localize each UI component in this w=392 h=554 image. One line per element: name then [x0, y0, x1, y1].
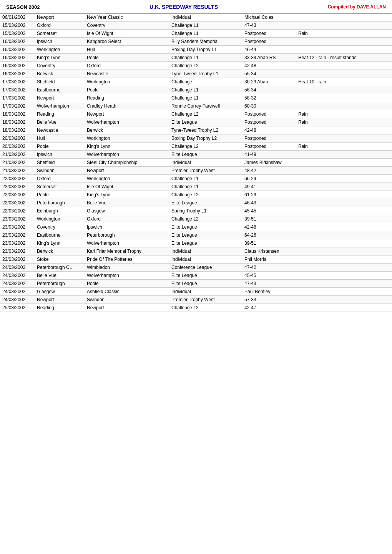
cell-3: Elite League: [169, 199, 242, 207]
cell-4: 46-43: [242, 199, 296, 207]
cell-2: Berwick: [85, 126, 169, 134]
results-table: 06/01/2002NewportNew Year ClassicIndivid…: [0, 13, 392, 312]
cell-5: [296, 304, 392, 312]
cell-2: Oxford: [85, 215, 169, 223]
cell-5: [296, 151, 392, 159]
cell-0: 24/03/2002: [0, 272, 35, 280]
cell-2: Ashfield Classic: [85, 288, 169, 296]
cell-2: Wimbledon: [85, 264, 169, 272]
cell-5: [296, 46, 392, 54]
cell-4: Postponed: [242, 143, 296, 151]
cell-0: 20/03/2002: [0, 143, 35, 151]
cell-4: Postponed: [242, 110, 296, 118]
cell-1: Peterborough CL: [35, 264, 85, 272]
cell-4: 46-44: [242, 46, 296, 54]
cell-3: Elite League: [169, 151, 242, 159]
cell-2: Newport: [85, 167, 169, 175]
cell-4: 47-43: [242, 280, 296, 288]
cell-1: Peterborough: [35, 199, 85, 207]
cell-1: Poole: [35, 191, 85, 199]
cell-3: Elite League: [169, 231, 242, 239]
cell-2: Wolverhampton: [85, 118, 169, 126]
cell-5: [296, 86, 392, 94]
compiled-by: Compiled by DAVE ALLAN: [328, 4, 386, 10]
cell-5: [296, 126, 392, 134]
cell-5: [296, 175, 392, 183]
cell-1: Glasgow: [35, 288, 85, 296]
cell-3: Challenge L1: [169, 30, 242, 38]
cell-0: 20/03/2002: [0, 134, 35, 143]
cell-5: [296, 264, 392, 272]
cell-0: 22/03/2002: [0, 175, 35, 183]
cell-0: 16/03/2002: [0, 54, 35, 62]
table-row: 15/03/2002SomersetIsle Of WightChallenge…: [0, 30, 392, 38]
cell-3: Challenge L1: [169, 22, 242, 30]
cell-2: Poole: [85, 54, 169, 62]
cell-2: Pride Of The Potteries: [85, 255, 169, 264]
table-row: 17/03/2002SheffieldWorkingtonChallenge30…: [0, 78, 392, 86]
cell-3: Ronnie Correy Farewell: [169, 102, 242, 110]
cell-0: 15/03/2002: [0, 30, 35, 38]
table-row: 25/03/2002ReadingNewportChallenge L242-4…: [0, 304, 392, 312]
cell-2: New Year Classic: [85, 13, 169, 22]
table-row: 16/03/2002CoventryOxfordChallenge L242-4…: [0, 62, 392, 70]
cell-0: 23/03/2002: [0, 247, 35, 255]
cell-5: [296, 94, 392, 102]
cell-2: Wolverhampton: [85, 151, 169, 159]
cell-3: Challenge L1: [169, 175, 242, 183]
cell-2: Workington: [85, 175, 169, 183]
table-row: 16/03/2002WorkingtonHullBoxing Day Troph…: [0, 46, 392, 54]
table-row: 18/03/2002ReadingNewportChallenge L2Post…: [0, 110, 392, 118]
cell-0: 17/03/2002: [0, 102, 35, 110]
cell-5: Rain: [296, 110, 392, 118]
table-row: 23/03/2002King's LynnWolverhamptonElite …: [0, 239, 392, 247]
cell-1: Berwick: [35, 247, 85, 255]
cell-1: Stoke: [35, 255, 85, 264]
cell-3: Boxing Day Trophy L2: [169, 134, 242, 143]
cell-2: Swindon: [85, 296, 169, 304]
cell-0: 23/03/2002: [0, 231, 35, 239]
table-row: 06/01/2002NewportNew Year ClassicIndivid…: [0, 13, 392, 22]
cell-1: Oxford: [35, 22, 85, 30]
cell-5: [296, 255, 392, 264]
cell-3: Individual: [169, 13, 242, 22]
cell-0: 21/03/2002: [0, 159, 35, 167]
cell-0: 24/03/2002: [0, 264, 35, 272]
cell-5: [296, 22, 392, 30]
cell-0: 22/03/2002: [0, 207, 35, 215]
cell-5: [296, 102, 392, 110]
cell-2: King's Lynn: [85, 143, 169, 151]
cell-2: Poole: [85, 86, 169, 94]
cell-4: 39-51: [242, 239, 296, 247]
cell-5: [296, 215, 392, 223]
cell-2: Isle Of Wight: [85, 30, 169, 38]
cell-3: Challenge L1: [169, 54, 242, 62]
cell-5: [296, 183, 392, 191]
cell-5: [296, 296, 392, 304]
cell-0: 24/03/2002: [0, 296, 35, 304]
cell-2: Ipswich: [85, 223, 169, 231]
table-row: 23/03/2002BerwickKarl Friar Memorial Tro…: [0, 247, 392, 255]
cell-0: 16/03/2002: [0, 70, 35, 78]
cell-3: Elite League: [169, 239, 242, 247]
cell-0: 16/03/2002: [0, 38, 35, 46]
cell-2: Workington: [85, 134, 169, 143]
table-row: 17/03/2002WolverhamptonCradley HeathRonn…: [0, 102, 392, 110]
cell-5: [296, 13, 392, 22]
cell-0: 21/03/2002: [0, 151, 35, 159]
cell-1: Poole: [35, 143, 85, 151]
cell-4: James Birkinshaw: [242, 159, 296, 167]
cell-1: Ipswich: [35, 151, 85, 159]
cell-2: Glasgow: [85, 207, 169, 215]
cell-3: Challenge L2: [169, 304, 242, 312]
cell-1: Swindon: [35, 167, 85, 175]
cell-4: 58-32: [242, 94, 296, 102]
cell-5: [296, 191, 392, 199]
cell-2: Newcastle: [85, 70, 169, 78]
table-row: 15/03/2002OxfordCoventryChallenge L147-4…: [0, 22, 392, 30]
cell-3: Billy Sanders Memorial: [169, 38, 242, 46]
cell-1: King's Lynn: [35, 239, 85, 247]
table-row: 21/03/2002SwindonNewportPremier Trophy W…: [0, 167, 392, 175]
table-row: 22/03/2002PooleKing's LynnChallenge L261…: [0, 191, 392, 199]
cell-4: 60-30: [242, 102, 296, 110]
